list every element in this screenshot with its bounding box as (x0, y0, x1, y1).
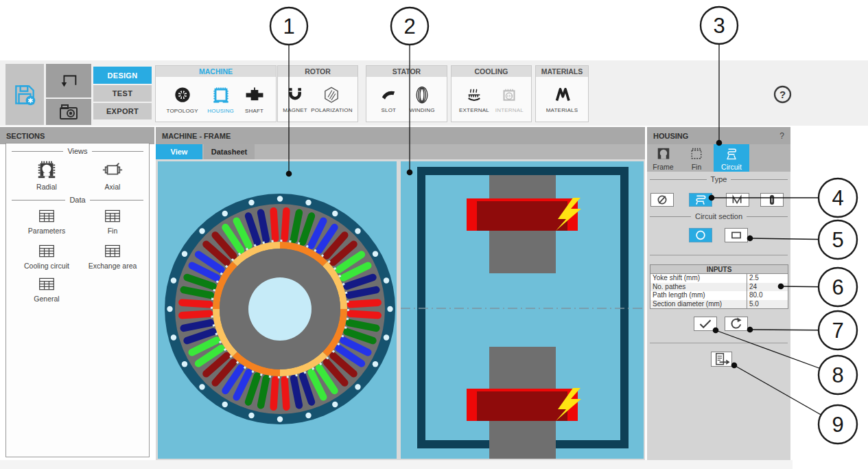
divider (650, 343, 788, 343)
section-diameter-field[interactable]: 5.0 (747, 300, 788, 309)
axial-view[interactable] (401, 161, 644, 459)
no-pathes-field[interactable]: 24 (747, 283, 788, 292)
sections-panel: Views Radial (5, 143, 150, 457)
path-length-field[interactable]: 80.0 (747, 291, 788, 300)
sections-header: SECTIONS (0, 127, 154, 144)
sidebar-item-axial[interactable]: Axial (78, 159, 147, 191)
ribbon-item-slot[interactable]: SLOT (377, 85, 400, 113)
ribbon-item-winding[interactable]: WINDING (408, 85, 436, 113)
yoke-shift-field[interactable]: 2.5 (747, 274, 788, 283)
sidebar-item-parameters[interactable]: Parameters (12, 208, 81, 235)
undo-arrow-icon (57, 70, 80, 92)
tab-datasheet[interactable]: Datasheet (204, 144, 255, 159)
reset-button[interactable] (725, 317, 748, 331)
callout-circle-4 (819, 179, 857, 217)
camera-icon (56, 100, 81, 124)
callout-circle-6 (819, 268, 857, 306)
machine-view-canvas (156, 159, 645, 460)
axial-circuit-icon (761, 193, 783, 207)
ribbon-group-title-machine: MACHINE (156, 66, 276, 77)
ribbon-item-external[interactable]: EXTERNAL (458, 85, 491, 113)
circuit-type-axial-button[interactable] (760, 193, 784, 207)
sidebar-item-exchange-area[interactable]: Exchange area (78, 243, 147, 270)
ribbon-group-cooling: COOLING EXTERNAL (451, 65, 532, 122)
ribbon-group-title-stator: STATOR (366, 66, 447, 77)
export-document-icon (712, 352, 731, 367)
tab-frame[interactable]: Frame (647, 144, 679, 172)
table-row: No. pathes 24 (650, 283, 788, 292)
ribbon-item-housing[interactable]: HOUSING (206, 84, 235, 114)
rectangle-section-icon (725, 228, 747, 242)
callout-label-5: 5 (832, 228, 843, 252)
help-button[interactable]: ? (773, 85, 792, 104)
ribbon-group-title-rotor: ROTOR (278, 66, 357, 77)
export-section-button[interactable] (711, 352, 732, 367)
svg-text:?: ? (779, 89, 786, 100)
circuit-type-none-button[interactable] (650, 193, 674, 207)
section-rectangle-button[interactable] (725, 228, 748, 242)
apply-button[interactable] (694, 317, 717, 331)
housing-panel: HOUSING ? Frame Fi (647, 127, 790, 460)
callout-label-4: 4 (832, 186, 843, 210)
tab-fin[interactable]: Fin (679, 144, 714, 172)
callout-circle-5 (819, 220, 857, 259)
zigzag-circuit-icon (727, 193, 749, 207)
circuit-type-serpentine-button[interactable] (689, 193, 712, 207)
inputs-table: INPUTS Yoke shift (mm) 2.5 No. pathes 24… (650, 264, 788, 309)
radial-view[interactable] (158, 161, 397, 459)
parameters-table-icon (36, 208, 57, 225)
housing-tab-bar: Frame Fin (647, 144, 790, 172)
section-circle-button[interactable] (689, 228, 712, 242)
ribbon-group-materials: MATERIALS MATERIALS (535, 65, 589, 122)
input-label: Path length (mm) (650, 291, 747, 300)
fin-table-icon (102, 208, 123, 225)
status-strip (0, 460, 793, 469)
cooling-circuit-table-icon (36, 243, 57, 260)
ribbon-item-materials[interactable]: MATERIALS (545, 85, 580, 113)
data-group-divider: Data (12, 196, 143, 204)
table-row: Path length (mm) 80.0 (650, 291, 788, 300)
help-icon: ? (773, 85, 792, 104)
housing-help-button[interactable]: ? (779, 131, 784, 141)
callout-circle-2 (391, 8, 428, 45)
frame-tab-icon (655, 146, 672, 162)
test-mode-button[interactable]: TEST (93, 85, 152, 102)
internal-cooling-icon (499, 85, 519, 106)
export-mode-button[interactable]: EXPORT (93, 103, 152, 119)
undo-button[interactable] (46, 64, 91, 98)
circuit-type-zigzag-button[interactable] (726, 193, 749, 207)
ribbon-item-polarization[interactable]: POLARIZATION (309, 85, 353, 113)
housing-title: HOUSING (653, 132, 688, 140)
axial-view-icon (100, 159, 125, 181)
checkmark-icon (694, 317, 716, 331)
save-button[interactable] (5, 64, 44, 125)
tab-view[interactable]: View (156, 144, 202, 159)
magnet-icon (285, 85, 305, 106)
screenshot-button[interactable] (46, 99, 91, 125)
sidebar-item-cooling-circuit[interactable]: Cooling circuit (12, 243, 81, 270)
circuit-section-divider: Circuit section (650, 212, 788, 220)
tab-circuit[interactable]: Circuit (714, 144, 749, 172)
callout-circle-8 (819, 356, 857, 394)
ribbon-item-magnet[interactable]: MAGNET (281, 85, 308, 113)
table-row: Yoke shift (mm) 2.5 (650, 274, 788, 283)
ribbon-group-machine: MACHINE TOPOLOGY (155, 65, 277, 122)
circle-section-icon (690, 228, 712, 242)
views-group-divider: Views (12, 147, 143, 155)
input-label: No. pathes (650, 283, 747, 292)
sidebar-item-radial[interactable]: Radial (12, 159, 81, 191)
serpentine-circuit-icon (690, 193, 712, 207)
slot-icon (378, 85, 399, 106)
sidebar-item-fin[interactable]: Fin (78, 208, 147, 235)
callout-circle-3 (701, 7, 738, 44)
ribbon-item-topology[interactable]: TOPOLOGY (165, 84, 199, 114)
winding-icon (412, 85, 432, 106)
ribbon-item-shaft[interactable]: SHAFT (242, 84, 267, 114)
design-mode-button[interactable]: DESIGN (93, 67, 152, 84)
topology-icon (172, 84, 193, 106)
reset-icon (725, 317, 747, 331)
type-group-divider: Type (650, 175, 788, 183)
save-icon (12, 82, 38, 108)
housing-header: HOUSING ? (647, 127, 790, 144)
sidebar-item-general[interactable]: General (12, 276, 81, 303)
